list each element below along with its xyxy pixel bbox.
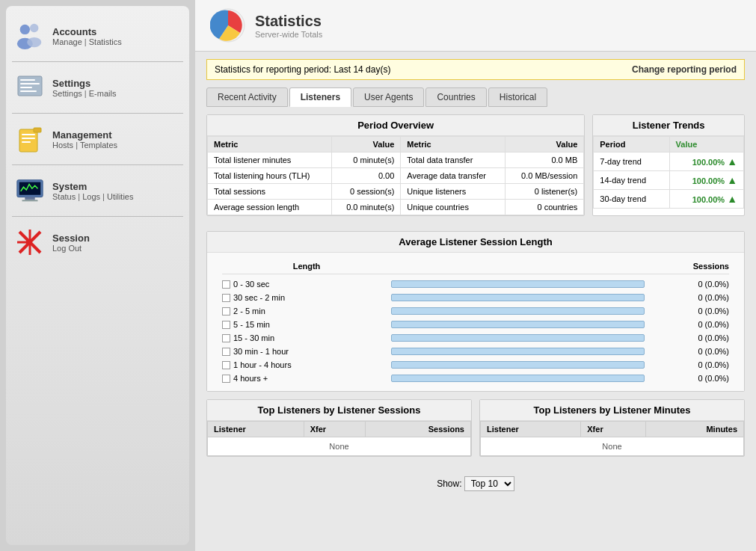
bar-container: [391, 361, 645, 369]
settings-links: Settings | E-mails: [52, 89, 116, 98]
trend-value: 100.00% ▲: [669, 153, 743, 171]
settings-link[interactable]: Settings: [52, 89, 82, 98]
page-title: Statistics: [255, 13, 322, 30]
value-cell: 0 minute(s): [331, 153, 401, 168]
metric-cell: Average data transfer: [401, 168, 505, 184]
session-label: 4 hours +: [222, 374, 391, 383]
tab-user-agents[interactable]: User Agents: [353, 87, 424, 107]
tab-historical[interactable]: Historical: [488, 87, 547, 107]
value-cell: 0 countries: [505, 200, 584, 215]
emails-link[interactable]: E-mails: [89, 89, 117, 98]
session-length-col: Length: [222, 262, 391, 271]
session-length-content: Length Sessions 0 - 30 sec 0 (0.0%) 30 s…: [207, 253, 744, 391]
session-count: 0 (0.0%): [645, 333, 729, 342]
status-link[interactable]: Status: [52, 192, 76, 201]
period-overview-table: Metric Value Metric Value Total listener…: [207, 136, 584, 215]
top-minutes-panel: Top Listeners by Listener Minutes Listen…: [479, 399, 745, 457]
svg-rect-16: [25, 197, 34, 200]
trend-up-icon: ▲: [727, 174, 737, 186]
show-select[interactable]: Top 10Top 25Top 50: [464, 476, 514, 491]
sidebar-item-accounts[interactable]: Accounts Manage | Statistics: [6, 13, 189, 58]
hosts-link[interactable]: Hosts: [52, 141, 73, 150]
ts-col-listener: Listener: [208, 422, 304, 437]
sidebar-item-session[interactable]: Session Log Out: [6, 220, 189, 265]
session-checkbox[interactable]: [222, 334, 230, 342]
svg-point-2: [30, 24, 38, 32]
session-length-label: 2 - 5 min: [233, 307, 265, 315]
session-checkbox[interactable]: [222, 280, 230, 289]
metric-cell: Unique listeners: [401, 184, 505, 200]
top-sessions-table: Listener Xfer Sessions None: [207, 421, 471, 456]
session-checkbox[interactable]: [222, 321, 230, 329]
logout-link[interactable]: Log Out: [52, 244, 82, 253]
management-icon: [15, 124, 45, 154]
session-length-label: 1 hour - 4 hours: [233, 360, 292, 369]
top-minutes-empty: None: [481, 437, 744, 456]
accounts-manage-link[interactable]: Manage: [52, 37, 82, 46]
templates-link[interactable]: Templates: [80, 141, 117, 150]
session-checkbox[interactable]: [222, 348, 230, 356]
col-value1: Value: [331, 137, 401, 153]
listener-trends-panel: Listener Trends Period Value 7-day trend…: [592, 114, 745, 216]
table-row: Total listener minutes 0 minute(s) Total…: [208, 153, 584, 168]
accounts-statistics-link[interactable]: Statistics: [89, 37, 122, 46]
session-checkbox[interactable]: [222, 294, 230, 302]
tab-countries[interactable]: Countries: [425, 87, 486, 107]
metric-cell: Total listener minutes: [208, 153, 332, 168]
bar-container: [391, 294, 645, 301]
top-sessions-empty: None: [208, 437, 471, 456]
list-item: 30 sec - 2 min 0 (0.0%): [222, 291, 729, 304]
trend-col-value: Value: [669, 137, 743, 153]
session-length-panel: Average Listener Session Length Length S…: [206, 231, 745, 392]
session-bar: [391, 294, 645, 301]
overview-row: Period Overview Metric Value Metric Valu…: [206, 114, 745, 224]
ts-col-xfer: Xfer: [304, 422, 366, 437]
session-checkbox[interactable]: [222, 307, 230, 315]
utilities-link[interactable]: Utilities: [107, 192, 133, 201]
table-row: 14-day trend 100.00% ▲: [594, 171, 744, 190]
tab-bar: Recent Activity Listeners User Agents Co…: [206, 87, 745, 107]
trend-up-icon: ▲: [727, 156, 737, 167]
session-icon: [15, 227, 45, 257]
svg-point-0: [20, 25, 30, 34]
session-checkbox[interactable]: [222, 361, 230, 369]
tm-col-listener: Listener: [481, 422, 581, 437]
accounts-title: Accounts: [52, 26, 122, 37]
table-row: Total sessions 0 session(s) Unique liste…: [208, 184, 584, 200]
sidebar-item-settings[interactable]: Settings Settings | E-mails: [6, 65, 189, 110]
tab-recent-activity[interactable]: Recent Activity: [206, 87, 288, 107]
session-count: 0 (0.0%): [645, 293, 729, 302]
reporting-period-bar: Statistics for reporting period: Last 14…: [206, 59, 745, 80]
table-row: Total listening hours (TLH) 0.00 Average…: [208, 168, 584, 184]
session-checkbox[interactable]: [222, 375, 230, 383]
trend-period: 7-day trend: [594, 153, 669, 171]
session-bar: [391, 307, 645, 315]
list-item: 1 hour - 4 hours 0 (0.0%): [222, 358, 729, 372]
period-overview-title: Period Overview: [207, 115, 584, 136]
session-label: 1 hour - 4 hours: [222, 360, 391, 369]
accounts-links: Manage | Statistics: [52, 37, 122, 46]
page-header: Statistics Server-wide Totals: [195, 0, 756, 52]
listener-trends-table: Period Value 7-day trend 100.00% ▲ 14-da…: [593, 136, 744, 209]
period-overview-panel: Period Overview Metric Value Metric Valu…: [206, 114, 585, 216]
svg-rect-11: [22, 138, 35, 139]
session-count: 0 (0.0%): [645, 320, 729, 329]
trend-up-icon: ▲: [727, 193, 737, 205]
svg-rect-5: [20, 79, 35, 81]
session-length-label: 0 - 30 sec: [233, 280, 269, 289]
svg-rect-4: [18, 76, 42, 96]
logs-link[interactable]: Logs: [82, 192, 100, 201]
svg-rect-13: [34, 128, 41, 132]
session-length-label: 15 - 30 min: [233, 333, 274, 342]
session-length-title: Average Listener Session Length: [207, 232, 744, 253]
settings-title: Settings: [52, 78, 116, 89]
change-reporting-period-link[interactable]: Change reporting period: [632, 64, 737, 75]
sidebar-item-system[interactable]: System Status | Logs | Utilities: [6, 168, 189, 213]
session-length-label: 5 - 15 min: [233, 320, 270, 329]
system-links: Status | Logs | Utilities: [52, 192, 133, 201]
list-item: 15 - 30 min 0 (0.0%): [222, 331, 729, 345]
session-bar: [391, 280, 645, 288]
sidebar-item-management[interactable]: Management Hosts | Templates: [6, 117, 189, 161]
tab-listeners[interactable]: Listeners: [289, 87, 351, 107]
session-length-label: 30 sec - 2 min: [233, 293, 285, 302]
